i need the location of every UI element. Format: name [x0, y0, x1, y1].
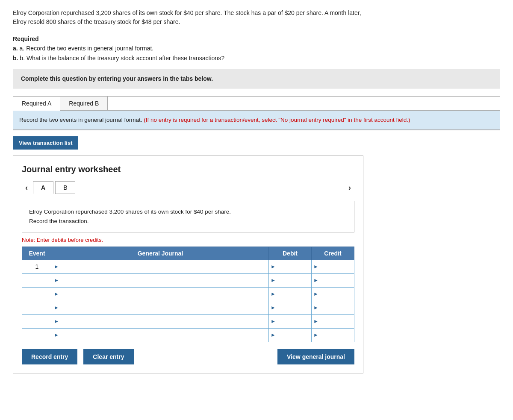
row-arrow-1: ►	[54, 264, 59, 270]
table-row: ► ► ►	[22, 328, 354, 342]
header-credit: Credit	[312, 247, 354, 260]
debit-arrow-5: ►	[271, 318, 276, 324]
debit-arrow-4: ►	[271, 305, 276, 311]
tab-required-b[interactable]: Required B	[60, 97, 108, 110]
credit-cell-4[interactable]: ►	[312, 301, 354, 314]
credit-input-4[interactable]	[319, 301, 352, 314]
row-arrow-3: ►	[54, 291, 59, 297]
tabs-header: Required A Required B	[13, 97, 500, 111]
header-general-journal: General Journal	[52, 247, 269, 260]
event-cell-4	[22, 301, 52, 314]
credit-cell-5[interactable]: ►	[312, 314, 354, 328]
debit-input-2[interactable]	[277, 274, 310, 287]
required-a: a. a. Record the two events in general j…	[13, 44, 500, 53]
credit-input-3[interactable]	[319, 288, 352, 301]
nav-tabs-row: ‹ A B ›	[22, 181, 354, 194]
description-line2: Record the transaction.	[29, 217, 347, 226]
clear-entry-button[interactable]: Clear entry	[83, 349, 133, 364]
debit-cell-2[interactable]: ►	[269, 273, 312, 287]
record-entry-button[interactable]: Record entry	[22, 349, 77, 364]
credit-cell-1[interactable]: ►	[312, 260, 354, 273]
prev-arrow[interactable]: ‹	[22, 182, 31, 194]
description-line1: Elroy Corporation repurchased 3,200 shar…	[29, 207, 347, 217]
event-cell-6	[22, 328, 52, 342]
credit-input-1[interactable]	[319, 260, 352, 273]
debit-cell-3[interactable]: ►	[269, 287, 312, 301]
debit-input-4[interactable]	[277, 301, 310, 314]
debit-cell-5[interactable]: ►	[269, 314, 312, 328]
instruction-text: Complete this question by entering your …	[21, 75, 213, 82]
view-transaction-button[interactable]: View transaction list	[13, 136, 78, 150]
intro-line1: Elroy Corporation repurchased 3,200 shar…	[13, 9, 361, 16]
required-b: b. b. What is the balance of the treasur…	[13, 53, 500, 63]
debit-arrow-1: ►	[271, 264, 276, 270]
credit-arrow-4: ►	[313, 305, 318, 311]
required-label: Required	[13, 34, 500, 44]
journal-input-3[interactable]	[60, 288, 267, 301]
debit-cell-6[interactable]: ►	[269, 328, 312, 342]
journal-input-1[interactable]	[60, 260, 267, 273]
instruction-box: Complete this question by entering your …	[13, 69, 500, 88]
credit-input-5[interactable]	[319, 315, 352, 328]
credit-cell-6[interactable]: ►	[312, 328, 354, 342]
header-debit: Debit	[269, 247, 312, 260]
journal-table: Event General Journal Debit Credit 1 ► ►	[22, 247, 354, 342]
journal-cell-1[interactable]: ►	[52, 260, 269, 273]
description-box: Elroy Corporation repurchased 3,200 shar…	[22, 201, 354, 232]
row-arrow-4: ►	[54, 305, 59, 311]
credit-arrow-2: ►	[313, 277, 318, 283]
debit-arrow-2: ►	[271, 277, 276, 283]
event-cell-2	[22, 273, 52, 287]
debit-arrow-6: ►	[271, 332, 276, 338]
journal-cell-6[interactable]: ►	[52, 328, 269, 342]
credit-arrow-5: ►	[313, 318, 318, 324]
table-row: ► ► ►	[22, 273, 354, 287]
debit-arrow-3: ►	[271, 291, 276, 297]
worksheet-container: Journal entry worksheet ‹ A B › Elroy Co…	[13, 156, 363, 373]
row-arrow-5: ►	[54, 318, 59, 324]
bottom-buttons: Record entry Clear entry View general jo…	[22, 349, 354, 364]
tab-red-text: (If no entry is required for a transacti…	[144, 117, 410, 123]
view-general-journal-button[interactable]: View general journal	[277, 349, 354, 364]
row-arrow-6: ►	[54, 332, 59, 338]
credit-arrow-6: ►	[313, 332, 318, 338]
next-arrow[interactable]: ›	[345, 182, 354, 194]
tab-main-text: Record the two events in general journal…	[19, 117, 144, 123]
credit-cell-2[interactable]: ►	[312, 273, 354, 287]
tab-content-area: Record the two events in general journal…	[13, 111, 500, 130]
note-text: Note: Enter debits before credits.	[22, 237, 354, 243]
journal-input-2[interactable]	[60, 274, 267, 287]
event-cell-5	[22, 314, 52, 328]
credit-arrow-1: ►	[313, 264, 318, 270]
credit-arrow-3: ►	[313, 291, 318, 297]
debit-input-1[interactable]	[277, 260, 310, 273]
journal-cell-5[interactable]: ►	[52, 314, 269, 328]
debit-cell-1[interactable]: ►	[269, 260, 312, 273]
credit-input-2[interactable]	[319, 274, 352, 287]
header-event: Event	[22, 247, 52, 260]
tab-required-a[interactable]: Required A	[13, 97, 60, 111]
event-cell-1: 1	[22, 260, 52, 273]
table-row: ► ► ►	[22, 314, 354, 328]
journal-input-4[interactable]	[60, 301, 267, 314]
journal-cell-4[interactable]: ►	[52, 301, 269, 314]
debit-cell-4[interactable]: ►	[269, 301, 312, 314]
row-arrow-2: ►	[54, 277, 59, 283]
debit-input-6[interactable]	[277, 329, 310, 342]
credit-input-6[interactable]	[319, 329, 352, 342]
journal-input-6[interactable]	[60, 329, 267, 342]
table-row: 1 ► ► ►	[22, 260, 354, 273]
journal-input-5[interactable]	[60, 315, 267, 328]
debit-input-3[interactable]	[277, 288, 310, 301]
required-section: Required a. a. Record the two events in …	[13, 34, 500, 63]
ws-tab-b[interactable]: B	[55, 181, 75, 194]
intro-paragraph: Elroy Corporation repurchased 3,200 shar…	[13, 9, 500, 26]
tabs-container: Required A Required B Record the two eve…	[13, 96, 500, 130]
journal-cell-3[interactable]: ►	[52, 287, 269, 301]
intro-line2: Elroy resold 800 shares of the treasury …	[13, 18, 180, 25]
journal-cell-2[interactable]: ►	[52, 273, 269, 287]
debit-input-5[interactable]	[277, 315, 310, 328]
table-row: ► ► ►	[22, 287, 354, 301]
credit-cell-3[interactable]: ►	[312, 287, 354, 301]
ws-tab-a[interactable]: A	[33, 181, 53, 194]
